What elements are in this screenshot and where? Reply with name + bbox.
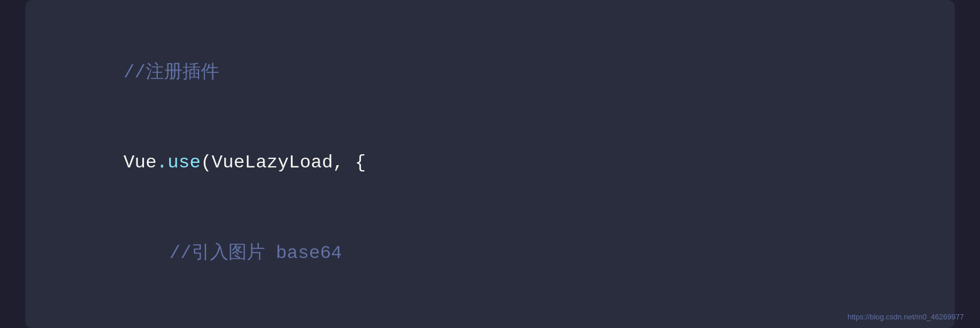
code-line-4: //引入图片 base64 <box>57 209 923 298</box>
url-footer: https://blog.csdn.net/m0_46269977 <box>847 313 964 321</box>
comment-base64: //引入图片 base64 <box>169 243 342 264</box>
identifier-vue: Vue <box>123 152 157 173</box>
code-line-2: //注册插件 <box>57 29 923 117</box>
code-block: import VueLazyLoad from 'vue-lazyload' /… <box>25 0 955 328</box>
comment-register: //注册插件 <box>123 62 219 83</box>
method-use: .use <box>157 152 201 173</box>
page-wrapper: import VueLazyLoad from 'vue-lazyload' /… <box>0 0 980 328</box>
code-line-3: Vue.use(VueLazyLoad, { <box>57 119 923 207</box>
params-open: (VueLazyLoad, { <box>201 152 366 173</box>
code-line-1: import VueLazyLoad from 'vue-lazyload' <box>57 0 923 26</box>
code-line-5: loading: require('common/image/default.p… <box>57 299 923 328</box>
